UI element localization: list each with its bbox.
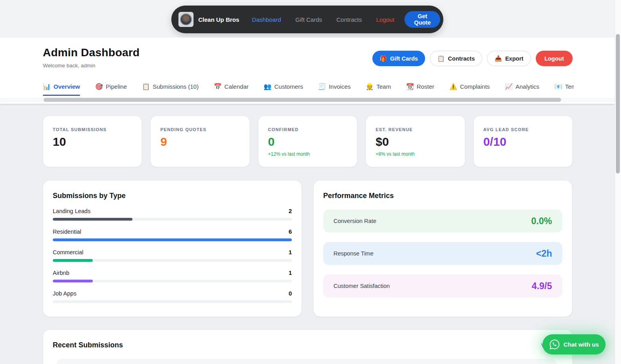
tab-calendar-label: Calendar <box>224 83 249 90</box>
tab-analytics[interactable]: 📈Analytics <box>505 81 539 96</box>
tab-calendar[interactable]: 📅Calendar <box>214 81 249 96</box>
tab-overview[interactable]: 📊Overview <box>43 81 80 96</box>
bar-fill <box>53 218 132 221</box>
tab-pipeline-label: Pipeline <box>106 83 127 90</box>
recent-submissions-row <box>57 359 556 364</box>
export-button-label: Export <box>505 55 523 62</box>
tab-invoices-label: Invoices <box>329 83 351 90</box>
email-icon: 📧 <box>554 83 562 90</box>
navbar-links: Dashboard Gift Cards Contracts Logout <box>252 16 394 23</box>
brand-logo <box>178 12 194 27</box>
bar-track <box>53 280 292 282</box>
stat-card-est-revenue: Est. Revenue $0 +8% vs last month <box>366 116 465 167</box>
bar-value: 2 <box>289 208 292 214</box>
tab-submissions[interactable]: 📋Submissions (10) <box>142 81 199 96</box>
logout-button-label: Logout <box>544 55 564 62</box>
stat-label: Pending Quotes <box>160 127 240 132</box>
tab-team[interactable]: 👷Team <box>366 81 391 96</box>
stat-value: 0 <box>268 136 347 148</box>
receipt-icon: 🧾 <box>318 83 326 90</box>
bar-fill <box>53 259 93 262</box>
stat-subtext <box>53 151 132 157</box>
tab-templates-label: Templates <box>565 83 574 90</box>
tabs-horizontal-scrollbar-thumb[interactable] <box>44 98 561 102</box>
nav-link-dashboard[interactable]: Dashboard <box>252 16 281 23</box>
bar-chart-icon: 📊 <box>43 83 51 90</box>
panel-title: Submissions by Type <box>53 192 292 200</box>
stat-card-confirmed: Confirmed 0 +12% vs last month <box>258 116 357 167</box>
tab-customers[interactable]: 👥Customers <box>264 81 303 96</box>
stat-subtext: +12% vs last month <box>268 151 347 157</box>
stat-card-total-submissions: Total Submissions 10 <box>43 116 142 167</box>
tab-invoices[interactable]: 🧾Invoices <box>318 81 351 96</box>
stat-subtext: +8% vs last month <box>376 151 455 157</box>
vertical-scrollbar-track[interactable] <box>615 0 621 364</box>
stat-value: 9 <box>160 136 240 148</box>
brand-name: Clean Up Bros <box>198 16 239 23</box>
stat-value: $0 <box>376 136 455 148</box>
bar-label: Commercial <box>53 249 83 255</box>
gift-cards-button[interactable]: 🎁 Gift Cards <box>372 51 425 66</box>
header-actions: 🎁 Gift Cards 📋 Contracts 📥 Export Logout <box>372 51 573 66</box>
clipboard-icon: 📋 <box>142 83 150 90</box>
contracts-button-label: Contracts <box>448 55 475 62</box>
target-icon: 🎯 <box>95 83 103 90</box>
tab-submissions-label: Submissions (10) <box>153 83 199 90</box>
tab-complaints[interactable]: ⚠️Complaints <box>449 81 490 96</box>
bar-fill <box>53 238 292 241</box>
gift-cards-button-label: Gift Cards <box>390 55 418 62</box>
calendar-icon: 📅 <box>214 83 222 90</box>
metric-conversion-rate: Conversion Rate 0.0% <box>323 210 562 233</box>
tab-overview-label: Overview <box>54 83 80 90</box>
nav-link-gift-cards[interactable]: Gift Cards <box>295 16 322 23</box>
tab-templates[interactable]: 📧Templates <box>554 81 574 96</box>
stat-card-pending-quotes: Pending Quotes 9 <box>150 116 249 167</box>
stat-value: 0/10 <box>483 136 563 148</box>
nav-link-contracts[interactable]: Contracts <box>336 16 362 23</box>
floating-navbar: Clean Up Bros Dashboard Gift Cards Contr… <box>171 6 443 33</box>
bar-row-residential: Residential6 <box>53 228 292 241</box>
metric-customer-satisfaction: Customer Satisfaction 4.9/5 <box>323 274 562 297</box>
dashboard-tabs: 📊Overview 🎯Pipeline 📋Submissions (10) 📅C… <box>43 78 574 98</box>
tabs-horizontal-scrollbar-track[interactable] <box>0 97 615 102</box>
panel-title: Performance Metrics <box>323 192 562 200</box>
metric-value: 4.9/5 <box>532 281 552 292</box>
recent-submissions-panel: Recent Submissions View All <box>43 330 573 364</box>
bar-value: 1 <box>289 269 292 276</box>
tab-complaints-label: Complaints <box>460 83 490 90</box>
bar-track <box>53 238 292 241</box>
tab-roster[interactable]: 📆Roster <box>406 81 434 96</box>
contracts-button[interactable]: 📋 Contracts <box>430 51 482 66</box>
tab-roster-label: Roster <box>417 83 434 90</box>
stat-label: Est. Revenue <box>376 127 455 132</box>
stat-cards: Total Submissions 10 Pending Quotes 9 Co… <box>43 116 573 167</box>
calendar-roster-icon: 📆 <box>406 83 414 90</box>
gift-icon: 🎁 <box>380 55 387 62</box>
stat-label: Avg Lead Score <box>483 127 563 132</box>
bar-value: 0 <box>289 290 292 297</box>
bar-row-commercial: Commercial1 <box>53 249 292 262</box>
bar-row-airbnb: Airbnb1 <box>53 269 292 282</box>
whatsapp-chat-button[interactable]: Chat with us <box>542 334 606 354</box>
tab-team-label: Team <box>376 83 391 90</box>
warning-icon: ⚠️ <box>449 83 457 90</box>
bar-label: Residential <box>53 229 81 235</box>
bar-value: 1 <box>289 249 292 255</box>
logout-button[interactable]: Logout <box>536 51 573 66</box>
vertical-scrollbar-thumb[interactable] <box>616 34 620 173</box>
stat-subtext <box>160 151 240 157</box>
bar-row-landing-leads: Landing Leads2 <box>53 208 292 221</box>
bar-row-job-apps: Job Apps0 <box>53 290 292 303</box>
metric-value: <2h <box>536 248 552 259</box>
page-header: Admin Dashboard Welcome back, admin 🎁 Gi… <box>0 38 615 104</box>
brand-emblem-icon <box>180 13 192 25</box>
clipboard-icon: 📋 <box>437 55 445 62</box>
get-quote-button[interactable]: Get Quote <box>404 11 440 28</box>
export-button[interactable]: 📥 Export <box>487 51 531 66</box>
metric-value: 0.0% <box>531 216 552 227</box>
nav-link-logout[interactable]: Logout <box>376 16 394 23</box>
performance-metrics-panel: Performance Metrics Conversion Rate 0.0%… <box>313 180 572 317</box>
tab-pipeline[interactable]: 🎯Pipeline <box>95 81 127 96</box>
bar-track <box>53 300 292 303</box>
recent-submissions-title: Recent Submissions <box>53 341 123 349</box>
